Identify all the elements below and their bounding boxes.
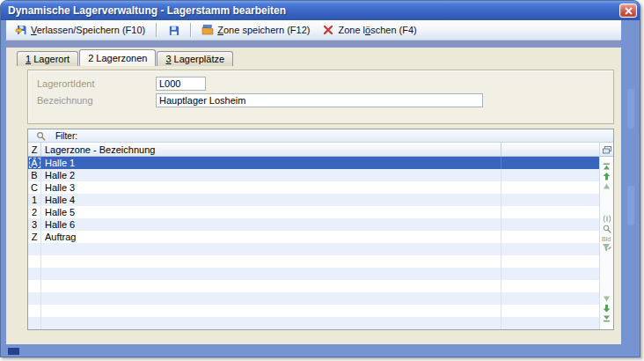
cell-empty[interactable] — [501, 181, 599, 194]
cell-zone-code[interactable]: C — [28, 181, 41, 194]
client-area: 1 Lagerort 2 Lagerzonen 3 Lagerplätze La… — [6, 48, 621, 344]
cell-zone-code[interactable]: 1 — [28, 194, 41, 206]
empty-row[interactable] — [28, 305, 599, 317]
save-exit-icon — [15, 24, 27, 36]
cell-zone-code[interactable]: Z — [28, 231, 41, 243]
save-icon — [167, 24, 179, 36]
table-row[interactable]: B Halle 2 — [28, 169, 599, 181]
cell-zone-name[interactable]: Halle 4 — [41, 194, 501, 206]
window-border-segment — [627, 186, 634, 225]
cell-zone-name[interactable]: Halle 2 — [41, 169, 501, 181]
cell-empty[interactable] — [501, 194, 599, 206]
speichern-button[interactable] — [162, 21, 185, 39]
insert-icon[interactable] — [601, 214, 613, 224]
search-icon — [34, 129, 47, 142]
delete-x-icon — [322, 24, 334, 36]
zone-loeschen-button[interactable]: Zone löschen (F4) — [317, 21, 421, 39]
search-icon[interactable] — [601, 224, 613, 233]
page-up-icon[interactable] — [601, 172, 613, 181]
table-row[interactable]: 2 Halle 5 — [28, 206, 599, 218]
cell-empty[interactable] — [501, 206, 599, 218]
titlebar[interactable]: Dynamische Lagerverwaltung - Lagerstamm … — [1, 1, 640, 20]
filter-label: Filter: — [55, 131, 77, 141]
grid-navigator: Bld — [599, 143, 613, 329]
page-down-icon[interactable] — [601, 304, 613, 313]
toolbar-separator — [190, 23, 191, 37]
empty-row[interactable] — [28, 292, 599, 305]
toolbar-separator — [156, 23, 157, 37]
screen: Dynamische Lagerverwaltung - Lagerstamm … — [0, 0, 644, 361]
window-border-segment — [627, 89, 634, 129]
cell-empty[interactable] — [501, 169, 599, 181]
main-toolbar: Verlassen/Speichern (F10) — [6, 20, 621, 41]
filter-bar[interactable]: Filter: — [28, 129, 613, 143]
cell-zone-code[interactable]: 2 — [28, 206, 41, 218]
tab-lagerort[interactable]: 1 Lagerort — [17, 51, 78, 66]
bookmark-icon[interactable]: Bld — [601, 233, 613, 243]
lagerortident-label: LagerortIdent — [37, 78, 156, 89]
tab-lagerplaetze[interactable]: 3 Lagerplätze — [157, 51, 233, 66]
table-row[interactable]: 3 Halle 6 — [28, 218, 599, 231]
table-row[interactable]: A Halle 1 — [28, 157, 599, 169]
grid-rows: A Halle 1 B Halle 2 C Hall — [28, 157, 599, 329]
empty-row[interactable] — [28, 268, 599, 280]
table-row[interactable]: 1 Halle 4 — [28, 194, 599, 206]
next-row-icon[interactable] — [601, 294, 613, 304]
cell-zone-name[interactable]: Auftrag — [41, 231, 501, 243]
goto-last-icon[interactable] — [601, 313, 613, 323]
empty-row[interactable] — [28, 280, 599, 292]
cell-zone-name[interactable]: Halle 5 — [41, 206, 501, 218]
folder-save-icon — [201, 24, 214, 36]
cell-zone-name[interactable]: Halle 1 — [41, 157, 501, 169]
cell-zone-code[interactable]: A — [28, 157, 41, 169]
toolbar-dock-band — [6, 41, 621, 48]
resize-grip[interactable] — [8, 348, 19, 355]
goto-first-icon[interactable] — [601, 162, 613, 172]
empty-row[interactable] — [28, 255, 599, 268]
cell-zone-name[interactable]: Halle 6 — [41, 218, 501, 231]
tab-lagerzonen[interactable]: 2 Lagerzonen — [79, 49, 156, 66]
lagerzonen-grid: Filter: Z Lagerzone - Bezeichnung A Hall — [27, 129, 614, 330]
zone-speichern-button[interactable]: Zone speichern (F12) — [196, 21, 315, 39]
table-row[interactable]: Z Auftrag — [28, 231, 599, 243]
svg-text:Bld: Bld — [602, 236, 611, 242]
cell-zone-name[interactable]: Halle 3 — [41, 181, 501, 194]
close-button[interactable] — [619, 4, 637, 18]
column-header-z[interactable]: Z — [28, 143, 41, 156]
column-header-empty[interactable] — [501, 143, 599, 156]
button-label: Zone speichern (F12) — [217, 25, 310, 35]
bezeichnung-label: Bezeichnung — [37, 95, 156, 106]
empty-row[interactable] — [28, 243, 599, 255]
tab-strip: 1 Lagerort 2 Lagerzonen 3 Lagerplätze — [17, 49, 234, 66]
button-label: Verlassen/Speichern (F10) — [31, 25, 145, 35]
window-title: Dynamische Lagerverwaltung - Lagerstamm … — [8, 4, 286, 17]
verlassen-speichern-button[interactable]: Verlassen/Speichern (F10) — [10, 21, 150, 39]
bezeichnung-field[interactable] — [156, 93, 483, 107]
cell-zone-code[interactable]: 3 — [28, 218, 41, 231]
app-window: Dynamische Lagerverwaltung - Lagerstamm … — [0, 0, 640, 357]
field-chooser-icon[interactable] — [600, 144, 614, 157]
cell-empty[interactable] — [501, 218, 599, 231]
cell-zone-code[interactable]: B — [28, 169, 41, 181]
cell-empty[interactable] — [501, 157, 599, 169]
lagerortident-field[interactable] — [156, 77, 206, 91]
filter-icon[interactable] — [601, 243, 613, 253]
prev-row-icon[interactable] — [601, 181, 613, 191]
table-row[interactable]: C Halle 3 — [28, 181, 599, 194]
button-label: Zone löschen (F4) — [338, 25, 416, 35]
cell-empty[interactable] — [501, 231, 599, 243]
column-header-bezeichnung[interactable]: Lagerzone - Bezeichnung — [41, 143, 501, 156]
lagerort-panel: LagerortIdent Bezeichnung — [27, 70, 614, 124]
grid-header: Z Lagerzone - Bezeichnung — [28, 143, 599, 157]
close-icon — [625, 7, 633, 15]
empty-row[interactable] — [28, 317, 599, 329]
